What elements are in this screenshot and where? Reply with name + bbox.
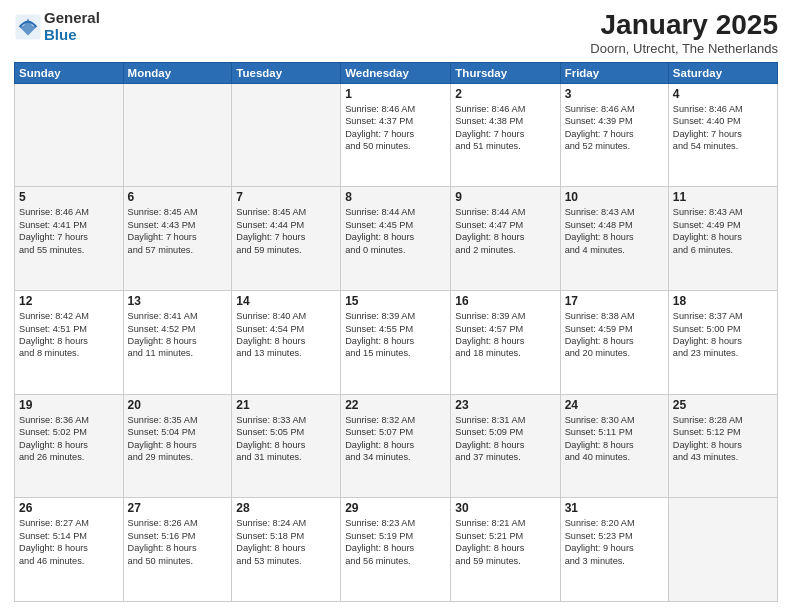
calendar-cell: 24Sunrise: 8:30 AM Sunset: 5:11 PM Dayli… [560,394,668,498]
calendar-cell: 17Sunrise: 8:38 AM Sunset: 4:59 PM Dayli… [560,291,668,395]
day-info: Sunrise: 8:32 AM Sunset: 5:07 PM Dayligh… [345,414,446,464]
day-header-friday: Friday [560,62,668,83]
day-number: 15 [345,294,446,308]
calendar-cell: 20Sunrise: 8:35 AM Sunset: 5:04 PM Dayli… [123,394,232,498]
day-number: 12 [19,294,119,308]
day-number: 5 [19,190,119,204]
calendar-cell: 4Sunrise: 8:46 AM Sunset: 4:40 PM Daylig… [668,83,777,187]
calendar-cell: 31Sunrise: 8:20 AM Sunset: 5:23 PM Dayli… [560,498,668,602]
day-number: 23 [455,398,555,412]
location: Doorn, Utrecht, The Netherlands [590,41,778,56]
day-number: 6 [128,190,228,204]
day-header-sunday: Sunday [15,62,124,83]
logo: General Blue [14,10,100,43]
calendar-cell: 19Sunrise: 8:36 AM Sunset: 5:02 PM Dayli… [15,394,124,498]
calendar-cell: 6Sunrise: 8:45 AM Sunset: 4:43 PM Daylig… [123,187,232,291]
day-info: Sunrise: 8:31 AM Sunset: 5:09 PM Dayligh… [455,414,555,464]
day-number: 3 [565,87,664,101]
day-number: 22 [345,398,446,412]
calendar-cell: 10Sunrise: 8:43 AM Sunset: 4:48 PM Dayli… [560,187,668,291]
day-info: Sunrise: 8:46 AM Sunset: 4:39 PM Dayligh… [565,103,664,153]
calendar-cell: 22Sunrise: 8:32 AM Sunset: 5:07 PM Dayli… [341,394,451,498]
week-row-2: 12Sunrise: 8:42 AM Sunset: 4:51 PM Dayli… [15,291,778,395]
day-info: Sunrise: 8:39 AM Sunset: 4:55 PM Dayligh… [345,310,446,360]
day-number: 7 [236,190,336,204]
calendar-cell: 3Sunrise: 8:46 AM Sunset: 4:39 PM Daylig… [560,83,668,187]
day-number: 21 [236,398,336,412]
calendar-cell: 26Sunrise: 8:27 AM Sunset: 5:14 PM Dayli… [15,498,124,602]
month-title: January 2025 [590,10,778,41]
week-row-1: 5Sunrise: 8:46 AM Sunset: 4:41 PM Daylig… [15,187,778,291]
day-number: 2 [455,87,555,101]
day-info: Sunrise: 8:26 AM Sunset: 5:16 PM Dayligh… [128,517,228,567]
calendar-cell: 15Sunrise: 8:39 AM Sunset: 4:55 PM Dayli… [341,291,451,395]
day-info: Sunrise: 8:27 AM Sunset: 5:14 PM Dayligh… [19,517,119,567]
day-number: 30 [455,501,555,515]
calendar-cell [668,498,777,602]
day-info: Sunrise: 8:33 AM Sunset: 5:05 PM Dayligh… [236,414,336,464]
day-info: Sunrise: 8:41 AM Sunset: 4:52 PM Dayligh… [128,310,228,360]
calendar-cell: 14Sunrise: 8:40 AM Sunset: 4:54 PM Dayli… [232,291,341,395]
logo-general-text: General [44,10,100,27]
day-info: Sunrise: 8:28 AM Sunset: 5:12 PM Dayligh… [673,414,773,464]
calendar-cell: 29Sunrise: 8:23 AM Sunset: 5:19 PM Dayli… [341,498,451,602]
day-info: Sunrise: 8:20 AM Sunset: 5:23 PM Dayligh… [565,517,664,567]
day-info: Sunrise: 8:21 AM Sunset: 5:21 PM Dayligh… [455,517,555,567]
calendar-cell: 30Sunrise: 8:21 AM Sunset: 5:21 PM Dayli… [451,498,560,602]
day-info: Sunrise: 8:46 AM Sunset: 4:37 PM Dayligh… [345,103,446,153]
calendar-cell: 18Sunrise: 8:37 AM Sunset: 5:00 PM Dayli… [668,291,777,395]
day-header-thursday: Thursday [451,62,560,83]
day-info: Sunrise: 8:46 AM Sunset: 4:38 PM Dayligh… [455,103,555,153]
day-info: Sunrise: 8:45 AM Sunset: 4:43 PM Dayligh… [128,206,228,256]
day-number: 26 [19,501,119,515]
header: General Blue January 2025 Doorn, Utrecht… [14,10,778,56]
day-header-monday: Monday [123,62,232,83]
day-header-tuesday: Tuesday [232,62,341,83]
calendar-cell: 21Sunrise: 8:33 AM Sunset: 5:05 PM Dayli… [232,394,341,498]
day-number: 29 [345,501,446,515]
day-number: 1 [345,87,446,101]
day-info: Sunrise: 8:23 AM Sunset: 5:19 PM Dayligh… [345,517,446,567]
calendar-cell: 16Sunrise: 8:39 AM Sunset: 4:57 PM Dayli… [451,291,560,395]
day-info: Sunrise: 8:24 AM Sunset: 5:18 PM Dayligh… [236,517,336,567]
day-info: Sunrise: 8:43 AM Sunset: 4:49 PM Dayligh… [673,206,773,256]
day-number: 16 [455,294,555,308]
day-number: 28 [236,501,336,515]
day-number: 17 [565,294,664,308]
calendar-page: General Blue January 2025 Doorn, Utrecht… [0,0,792,612]
calendar-cell [232,83,341,187]
day-number: 27 [128,501,228,515]
logo-blue-text: Blue [44,27,100,44]
calendar-cell: 27Sunrise: 8:26 AM Sunset: 5:16 PM Dayli… [123,498,232,602]
calendar-cell: 9Sunrise: 8:44 AM Sunset: 4:47 PM Daylig… [451,187,560,291]
calendar-cell: 23Sunrise: 8:31 AM Sunset: 5:09 PM Dayli… [451,394,560,498]
day-info: Sunrise: 8:37 AM Sunset: 5:00 PM Dayligh… [673,310,773,360]
day-info: Sunrise: 8:42 AM Sunset: 4:51 PM Dayligh… [19,310,119,360]
day-info: Sunrise: 8:30 AM Sunset: 5:11 PM Dayligh… [565,414,664,464]
calendar-cell: 11Sunrise: 8:43 AM Sunset: 4:49 PM Dayli… [668,187,777,291]
day-info: Sunrise: 8:44 AM Sunset: 4:45 PM Dayligh… [345,206,446,256]
day-info: Sunrise: 8:43 AM Sunset: 4:48 PM Dayligh… [565,206,664,256]
logo-text: General Blue [44,10,100,43]
calendar-cell: 8Sunrise: 8:44 AM Sunset: 4:45 PM Daylig… [341,187,451,291]
days-header-row: SundayMondayTuesdayWednesdayThursdayFrid… [15,62,778,83]
day-number: 18 [673,294,773,308]
day-number: 9 [455,190,555,204]
day-number: 13 [128,294,228,308]
day-number: 31 [565,501,664,515]
day-info: Sunrise: 8:46 AM Sunset: 4:40 PM Dayligh… [673,103,773,153]
day-header-saturday: Saturday [668,62,777,83]
day-info: Sunrise: 8:36 AM Sunset: 5:02 PM Dayligh… [19,414,119,464]
calendar-cell: 13Sunrise: 8:41 AM Sunset: 4:52 PM Dayli… [123,291,232,395]
calendar-cell: 2Sunrise: 8:46 AM Sunset: 4:38 PM Daylig… [451,83,560,187]
calendar-cell: 28Sunrise: 8:24 AM Sunset: 5:18 PM Dayli… [232,498,341,602]
calendar-cell: 1Sunrise: 8:46 AM Sunset: 4:37 PM Daylig… [341,83,451,187]
title-block: January 2025 Doorn, Utrecht, The Netherl… [590,10,778,56]
day-info: Sunrise: 8:44 AM Sunset: 4:47 PM Dayligh… [455,206,555,256]
day-info: Sunrise: 8:45 AM Sunset: 4:44 PM Dayligh… [236,206,336,256]
day-number: 20 [128,398,228,412]
calendar-cell: 12Sunrise: 8:42 AM Sunset: 4:51 PM Dayli… [15,291,124,395]
calendar-table: SundayMondayTuesdayWednesdayThursdayFrid… [14,62,778,602]
calendar-cell [123,83,232,187]
day-number: 10 [565,190,664,204]
